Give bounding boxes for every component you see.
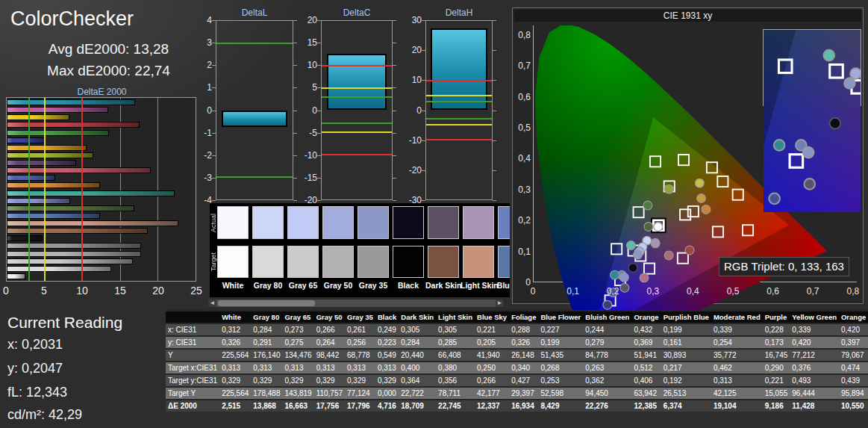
- deltae-x-axis: 0510152025: [1, 285, 202, 297]
- bar-row-blue: [7, 137, 196, 144]
- value-cell: 0,264: [314, 336, 345, 349]
- tick-mark: [212, 65, 216, 66]
- value-cell: 35,772: [711, 349, 763, 362]
- y-tick-label: -10: [399, 135, 422, 146]
- value-cell: 0,364: [399, 374, 436, 387]
- cie-measured-point: [695, 179, 704, 187]
- tick-mark: [422, 170, 425, 171]
- limit-line-red: [322, 154, 392, 155]
- tick-mark: [393, 43, 396, 43]
- value-cell: 0,244: [583, 323, 631, 336]
- cie-measured-point: [603, 300, 612, 309]
- tick-mark: [393, 133, 396, 134]
- limit-line-green: [216, 176, 293, 178]
- value-cell: 0,512: [631, 362, 661, 374]
- value-cell: 42,125: [711, 387, 763, 400]
- deltae-bar: [7, 266, 111, 272]
- tick-mark: [212, 111, 216, 111]
- table-row-Y: Y225,564176,140134,47698,44268,7780,5492…: [166, 349, 868, 362]
- value-cell: 0,275: [282, 336, 313, 349]
- target-patch-blue-sky: [498, 246, 510, 278]
- value-cell: 0,329: [282, 374, 313, 387]
- tick-mark: [493, 111, 496, 111]
- value-cell: 4,716: [375, 400, 399, 412]
- deltae-bar: [7, 107, 108, 113]
- cie-measured-point: [620, 283, 629, 292]
- value-cell: 84,778: [583, 349, 631, 362]
- value-cell: 0,313: [219, 362, 251, 374]
- target-patch-gray-35: [357, 246, 389, 278]
- value-cell: 0,221: [475, 323, 509, 336]
- cie-measured-point: [769, 193, 780, 205]
- value-cell: 225,564: [219, 387, 251, 400]
- tick-mark: [393, 111, 396, 111]
- cie-y-tick-label: 0,5: [513, 122, 531, 133]
- patch-strip-scrollbar[interactable]: ◄ ►: [207, 299, 505, 308]
- deltae-bar: [7, 145, 87, 151]
- target-patch-white: [217, 246, 249, 278]
- page-title: ColorChecker: [10, 7, 134, 31]
- value-cell: 12,337: [475, 400, 509, 412]
- value-cell: 42,177: [475, 387, 509, 400]
- deltae-bar: [7, 114, 69, 120]
- cie-x-tick-label: 0,4: [687, 286, 699, 297]
- y-tick-label: 5: [295, 82, 317, 93]
- bar-row-gray-80: [7, 265, 196, 273]
- cie-measured-point: [654, 223, 663, 232]
- header-corner-cell: [166, 311, 219, 323]
- tick-mark: [393, 155, 396, 156]
- table-body: x: CIE310,3120,2840,2730,2660,2610,2490,…: [166, 323, 868, 412]
- tick-mark: [212, 133, 216, 134]
- column-header-moderate-red: Moderate Red: [711, 311, 763, 323]
- value-cell: 0,439: [839, 374, 868, 387]
- actual-patch-gray-80: [252, 206, 284, 239]
- value-cell: 17,796: [345, 400, 375, 412]
- column-header-foliage: Foliage: [509, 311, 538, 323]
- value-cell: 52,598: [538, 387, 583, 400]
- tick-mark: [493, 170, 496, 171]
- cie-measured-point: [651, 238, 660, 247]
- deltae-bar: [7, 243, 141, 249]
- value-cell: 66,408: [436, 349, 475, 362]
- value-cell: 0,266: [314, 323, 345, 336]
- cie-measured-point: [628, 264, 637, 273]
- deltae-bar: [7, 182, 100, 188]
- value-cell: 0,339: [711, 323, 763, 336]
- tick-mark: [422, 50, 425, 51]
- cie-title: CIE 1931 xy: [514, 10, 861, 22]
- cie-y-tick-label: 0,7: [513, 61, 531, 71]
- value-cell: 0,268: [538, 362, 583, 374]
- value-cell: 0,261: [345, 323, 375, 336]
- bar-row-green: [7, 129, 196, 137]
- cie-measured-point: [830, 118, 841, 129]
- cie-measured-point: [640, 273, 649, 282]
- cie-measured-point: [627, 241, 636, 250]
- y-tick-label: 30: [399, 15, 422, 25]
- table-row-tY: Target Y225,564178,488143,819110,75777,1…: [166, 387, 868, 400]
- value-cell: 0,285: [436, 336, 475, 349]
- scrollbar-thumb[interactable]: [218, 300, 315, 306]
- y-tick-label: 10: [399, 75, 422, 85]
- deltae-bar: [7, 99, 135, 105]
- value-cell: 6,374: [661, 400, 711, 412]
- value-cell: 78,711: [436, 387, 475, 400]
- value-cell: 0,173: [763, 336, 790, 349]
- value-cell: 29,397: [509, 387, 538, 400]
- scroll-right-button[interactable]: ►: [496, 300, 504, 307]
- value-cell: 0,313: [282, 362, 313, 374]
- value-cell: 18,709: [399, 400, 436, 412]
- value-cell: 0,161: [661, 336, 711, 349]
- value-cell: 0,329: [219, 374, 251, 387]
- row-label: ΔE 2000: [166, 400, 219, 412]
- cie-measured-point: [644, 223, 653, 232]
- scroll-left-button[interactable]: ◄: [208, 300, 216, 307]
- cie-measured-point: [664, 184, 673, 193]
- limit-line-green: [216, 43, 293, 44]
- bar-row-purple: [7, 159, 196, 167]
- deltae-bar-chart: [6, 97, 196, 282]
- value-cell: 0,313: [711, 374, 763, 387]
- y-tick-label: 0: [295, 105, 317, 116]
- value-cell: 0,205: [475, 336, 509, 349]
- table-row-tx: Target x:CIE310,3130,3130,3130,3130,3130…: [166, 362, 868, 374]
- column-header-orange: Orange: [631, 311, 661, 323]
